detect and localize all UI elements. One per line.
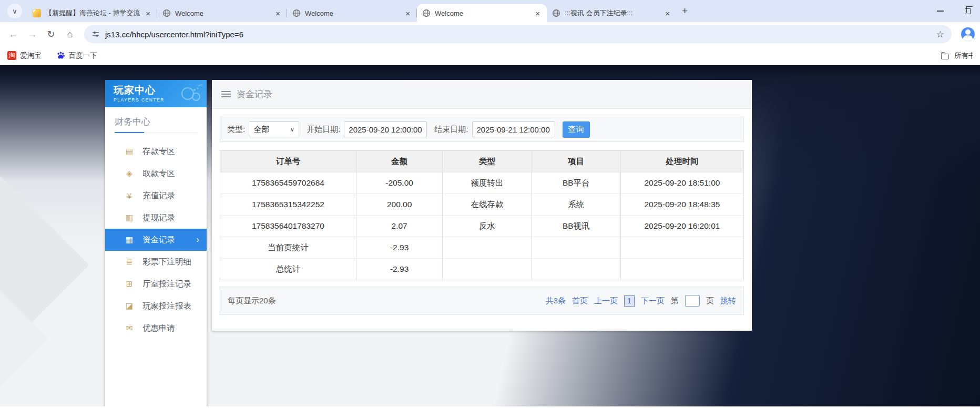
tab-close-icon[interactable]: ×	[144, 9, 152, 18]
envelope-icon: ✉	[124, 323, 135, 333]
taobao-icon: 淘	[7, 51, 16, 60]
end-date-input[interactable]: 2025-09-21 12:00:00	[472, 121, 555, 137]
sidebar-item-withdrawal-records[interactable]: ▥ 提现记录	[105, 207, 207, 229]
sidebar-item-lottery-bet-details[interactable]: ≣ 彩票下注明细	[105, 251, 207, 273]
player-center-sidebar: 玩家中心 PLAYERS CENTER 财务中心 ▤ 存款专区 ◈ 取款专区 ¥…	[105, 80, 207, 406]
bookmark-taobao[interactable]: 淘 爱淘宝	[7, 51, 42, 60]
sidebar-item-funds-records[interactable]: ▦ 资金记录 ›	[105, 229, 207, 251]
end-date-label: 结束日期:	[434, 125, 468, 135]
site-info-icon[interactable]	[91, 30, 100, 38]
first-page-link[interactable]: 首页	[572, 296, 588, 306]
query-button[interactable]: 查询	[563, 121, 590, 138]
header-process-time: 处理时间	[620, 151, 743, 172]
sidebar-item-label: 存款专区	[142, 146, 175, 157]
sidebar-section: 财务中心	[105, 107, 207, 133]
cell-label: 当前页统计	[220, 237, 356, 259]
tab-title: :::视讯 会员下注纪录:::	[565, 8, 659, 18]
address-bar[interactable]: js13.cc/hhcp/usercenter.html?iniType=6 ☆	[84, 25, 952, 43]
pagination-controls: 共3条 首页 上一页 1 下一页 第 页 跳转	[546, 295, 736, 307]
next-page-link[interactable]: 下一页	[641, 296, 665, 306]
sidebar-item-label: 提现记录	[142, 212, 175, 223]
prev-page-link[interactable]: 上一页	[594, 296, 618, 306]
table-row: 1758365315342252 200.00 在线存款 系统 2025-09-…	[220, 194, 744, 216]
gamepad-icon	[180, 83, 203, 104]
sidebar-item-promo-application[interactable]: ✉ 优惠申请	[105, 317, 207, 339]
sidebar-item-hall-bet-records[interactable]: ⊞ 厅室投注记录	[105, 273, 207, 295]
page-favicon-icon	[33, 9, 41, 17]
cell-empty	[620, 237, 743, 259]
panel-header: 资金记录	[212, 80, 752, 109]
header-order-no: 订单号	[220, 151, 356, 172]
forward-icon[interactable]: →	[24, 26, 40, 42]
all-bookmarks-label: 所有书签	[954, 51, 973, 60]
bookmark-baidu[interactable]: 百度一下	[56, 51, 97, 60]
tab-search-button[interactable]: ∨	[7, 4, 22, 18]
cell-type: 反水	[443, 216, 532, 237]
cell-empty	[532, 237, 620, 259]
cell-empty	[620, 259, 743, 280]
sidebar-item-label: 优惠申请	[142, 323, 175, 334]
start-date-label: 开始日期:	[307, 125, 340, 135]
url-text[interactable]: js13.cc/hhcp/usercenter.html?iniType=6	[105, 30, 928, 39]
start-date-input[interactable]: 2025-09-20 12:00:00	[344, 121, 427, 137]
tab-title: Welcome	[175, 9, 270, 17]
total-count: 共3条	[546, 296, 566, 306]
table-row-page-total: 当前页统计 -2.93	[220, 237, 744, 259]
cell-order-no: 1758365459702684	[220, 172, 356, 194]
sidebar-item-label: 彩票下注明细	[142, 257, 191, 268]
sidebar-item-recharge-records[interactable]: ¥ 充值记录	[105, 185, 207, 207]
window-minimize-button[interactable]	[937, 11, 944, 12]
funds-table: 订单号 金额 类型 项目 处理时间 1758365459702684 -205.…	[220, 150, 744, 280]
bookmark-label: 爱淘宝	[20, 51, 42, 60]
sidebar-item-deposit-zone[interactable]: ▤ 存款专区	[105, 140, 207, 162]
tab-close-icon[interactable]: ×	[274, 9, 282, 18]
tab-welcome-active[interactable]: Welcome ×	[417, 4, 547, 22]
chevron-right-icon: ›	[196, 234, 199, 245]
cell-time: 2025-09-20 18:48:35	[620, 194, 743, 216]
cell-type: 在线存款	[443, 194, 532, 216]
tab-strip: ∨ 【新提醒】海燕论坛 - 博学交流 × Welcome × Welcome ×…	[0, 0, 980, 22]
sidebar-item-player-bet-report[interactable]: ◪ 玩家投注报表	[105, 295, 207, 317]
chart-icon: ◪	[124, 301, 135, 311]
tab-betting-records[interactable]: :::视讯 会员下注纪录::: ×	[547, 4, 677, 22]
section-title: 财务中心	[115, 116, 197, 132]
bookmark-star-icon[interactable]: ☆	[933, 29, 947, 40]
filter-bar: 类型: 全部 ∨ 开始日期: 2025-09-20 12:00:00 结束日期:…	[220, 117, 744, 142]
sidebar-item-withdraw-zone[interactable]: ◈ 取款专区	[105, 162, 207, 185]
table-row: 1758356401783270 2.07 反水 BB视讯 2025-09-20…	[220, 216, 744, 237]
all-bookmarks[interactable]: 所有书签	[936, 51, 973, 60]
cell-time: 2025-09-20 18:51:00	[620, 172, 743, 194]
profile-avatar[interactable]	[961, 27, 975, 41]
type-select[interactable]: 全部 ∨	[249, 121, 299, 137]
cell-order-no: 1758356401783270	[220, 216, 356, 237]
withdraw-hand-icon: ◈	[124, 169, 135, 178]
header-item: 项目	[532, 151, 620, 172]
tab-title: Welcome	[305, 9, 400, 17]
header-amount: 金额	[356, 151, 442, 172]
tab-close-icon[interactable]: ×	[663, 9, 671, 18]
cell-amount: 200.00	[356, 194, 442, 216]
tab-haiyan-forum[interactable]: 【新提醒】海燕论坛 - 博学交流 ×	[27, 4, 157, 22]
tab-close-icon[interactable]: ×	[534, 9, 542, 18]
window-maximize-button[interactable]	[965, 8, 971, 14]
sidebar-menu: ▤ 存款专区 ◈ 取款专区 ¥ 充值记录 ▥ 提现记录 ▦ 资金记录 › ≣	[105, 140, 207, 339]
cell-item: BB平台	[532, 172, 620, 194]
window-controls	[937, 0, 980, 22]
tab-welcome-1[interactable]: Welcome ×	[157, 4, 287, 22]
list-icon: ≣	[124, 257, 135, 267]
jump-link[interactable]: 跳转	[720, 296, 736, 306]
globe-icon	[422, 9, 431, 17]
jump-label-pre: 第	[671, 296, 679, 306]
page-number-input[interactable]	[685, 295, 700, 307]
table-header-row: 订单号 金额 类型 项目 处理时间	[220, 151, 744, 172]
cell-amount: -205.00	[356, 172, 442, 194]
tab-title: 【新提醒】海燕论坛 - 博学交流	[45, 8, 140, 18]
home-icon[interactable]: ⌂	[62, 26, 78, 42]
reload-icon[interactable]: ↻	[43, 26, 59, 42]
new-tab-button[interactable]: +	[682, 5, 688, 17]
tab-welcome-2[interactable]: Welcome ×	[287, 4, 417, 22]
back-icon[interactable]: ←	[5, 26, 21, 42]
cell-item: 系统	[532, 194, 620, 216]
sidebar-item-label: 充值记录	[142, 190, 175, 201]
tab-close-icon[interactable]: ×	[404, 9, 412, 18]
